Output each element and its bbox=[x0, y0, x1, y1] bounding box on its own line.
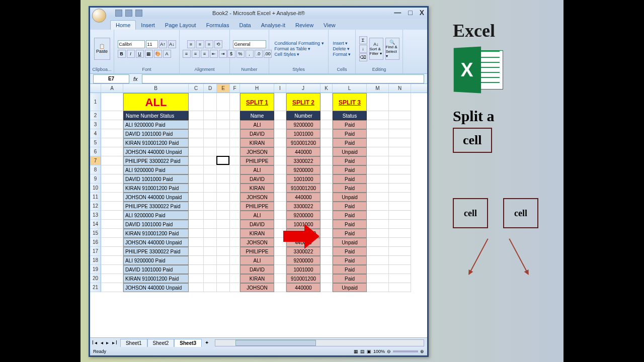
cell[interactable] bbox=[217, 138, 230, 147]
cell[interactable] bbox=[367, 138, 389, 147]
cell[interactable] bbox=[274, 93, 286, 111]
cell[interactable] bbox=[320, 111, 333, 120]
cell[interactable]: KIRAN bbox=[240, 229, 274, 238]
cell[interactable] bbox=[204, 165, 217, 174]
cell[interactable] bbox=[367, 283, 389, 292]
cell[interactable] bbox=[320, 274, 333, 283]
cell[interactable] bbox=[204, 147, 217, 156]
column-header-N[interactable]: N bbox=[389, 84, 411, 93]
cell[interactable]: 910001200 bbox=[286, 138, 320, 147]
cell[interactable] bbox=[320, 120, 333, 129]
cell[interactable] bbox=[367, 184, 389, 193]
column-header-M[interactable]: M bbox=[367, 84, 389, 93]
ribbon-tab-view[interactable]: View bbox=[318, 21, 341, 30]
cell[interactable]: PHILIPPE bbox=[240, 202, 274, 211]
cell[interactable] bbox=[204, 120, 217, 129]
orientation-icon[interactable]: ⟲ bbox=[214, 40, 222, 48]
cell[interactable]: Paid bbox=[333, 274, 367, 283]
cell[interactable] bbox=[101, 120, 123, 129]
cell[interactable] bbox=[367, 93, 389, 111]
cell[interactable] bbox=[189, 184, 204, 193]
percent-icon[interactable]: % bbox=[236, 50, 245, 58]
column-header-I[interactable]: I bbox=[274, 84, 286, 93]
cell[interactable] bbox=[217, 184, 230, 193]
ribbon-tab-formulas[interactable]: Formulas bbox=[201, 21, 234, 30]
sheet-tab-sheet2[interactable]: Sheet2 bbox=[147, 339, 175, 347]
cell[interactable] bbox=[367, 202, 389, 211]
cell[interactable] bbox=[101, 174, 123, 184]
cell[interactable] bbox=[389, 174, 411, 184]
align-mid-icon[interactable]: ≡ bbox=[196, 40, 204, 48]
cell[interactable]: DAVID 1001000 Paid bbox=[123, 129, 189, 138]
cell[interactable]: Name bbox=[240, 111, 274, 120]
cell[interactable] bbox=[217, 283, 230, 292]
underline-button[interactable]: U bbox=[136, 50, 144, 58]
cell[interactable] bbox=[189, 147, 204, 156]
cell[interactable]: Name Number Status bbox=[123, 111, 189, 120]
cell[interactable] bbox=[217, 165, 230, 174]
fill-icon[interactable]: ↓ bbox=[359, 45, 367, 53]
column-header-A[interactable]: A bbox=[101, 84, 123, 93]
font-name-select[interactable]: Calibri bbox=[118, 40, 145, 48]
cell[interactable] bbox=[389, 129, 411, 138]
cell[interactable] bbox=[320, 211, 333, 220]
cell[interactable] bbox=[217, 156, 230, 165]
cell[interactable] bbox=[230, 129, 240, 138]
cell[interactable] bbox=[230, 147, 240, 156]
cell[interactable] bbox=[230, 211, 240, 220]
cell[interactable] bbox=[101, 93, 123, 111]
cell[interactable]: PHILIPPE bbox=[240, 247, 274, 256]
cell[interactable] bbox=[204, 265, 217, 274]
cell[interactable] bbox=[274, 193, 286, 202]
cell[interactable] bbox=[367, 111, 389, 120]
cell[interactable]: KIRAN 910001200 Paid bbox=[123, 229, 189, 238]
cell[interactable]: ALI 9200000 Paid bbox=[123, 256, 189, 265]
cell[interactable]: JOHSON 440000 Unpaid bbox=[123, 238, 189, 247]
find-select-button[interactable]: 🔍Find & Select ▾ bbox=[385, 38, 399, 60]
cell[interactable] bbox=[320, 147, 333, 156]
ribbon-tab-data[interactable]: Data bbox=[234, 21, 256, 30]
cell[interactable]: 3300022 bbox=[286, 202, 320, 211]
cell[interactable] bbox=[367, 147, 389, 156]
row-header-15[interactable]: 15 bbox=[90, 229, 101, 238]
cell[interactable] bbox=[204, 174, 217, 184]
cell[interactable] bbox=[204, 156, 217, 165]
view-break-icon[interactable]: ▣ bbox=[367, 349, 371, 354]
row-header-18[interactable]: 18 bbox=[90, 256, 101, 265]
row-header-19[interactable]: 19 bbox=[90, 265, 101, 274]
indent-inc-icon[interactable]: ⇥ bbox=[219, 50, 227, 58]
cell[interactable]: KIRAN 910001200 Paid bbox=[123, 138, 189, 147]
cell[interactable] bbox=[230, 93, 240, 111]
cell[interactable] bbox=[367, 165, 389, 174]
cell[interactable] bbox=[274, 120, 286, 129]
cell[interactable] bbox=[189, 283, 204, 292]
cell[interactable]: Paid bbox=[333, 211, 367, 220]
cell[interactable] bbox=[217, 147, 230, 156]
cell[interactable]: 1001000 bbox=[286, 174, 320, 184]
formula-bar[interactable] bbox=[142, 74, 424, 83]
cell[interactable] bbox=[230, 238, 240, 247]
number-format-select[interactable]: General bbox=[233, 40, 266, 48]
row-header-2[interactable]: 2 bbox=[90, 111, 101, 120]
cell[interactable] bbox=[367, 193, 389, 202]
cell[interactable]: DAVID 1001000 Paid bbox=[123, 174, 189, 184]
cell[interactable]: DAVID bbox=[240, 265, 274, 274]
cell[interactable] bbox=[274, 111, 286, 120]
cell[interactable]: ALI bbox=[240, 211, 274, 220]
cell[interactable] bbox=[367, 174, 389, 184]
cell[interactable] bbox=[204, 111, 217, 120]
cell[interactable]: 9200000 bbox=[286, 256, 320, 265]
cell[interactable] bbox=[389, 247, 411, 256]
cell[interactable] bbox=[230, 256, 240, 265]
cell[interactable] bbox=[320, 174, 333, 184]
cell[interactable] bbox=[367, 238, 389, 247]
cell[interactable] bbox=[101, 184, 123, 193]
cell[interactable] bbox=[320, 265, 333, 274]
cell[interactable] bbox=[204, 274, 217, 283]
cell[interactable] bbox=[367, 120, 389, 129]
cell[interactable]: Paid bbox=[333, 220, 367, 229]
cell[interactable] bbox=[204, 247, 217, 256]
conditional-formatting-button[interactable]: Conditional Formatting ▾ bbox=[274, 41, 324, 46]
cell[interactable] bbox=[367, 256, 389, 265]
ribbon-tab-review[interactable]: Review bbox=[290, 21, 318, 30]
